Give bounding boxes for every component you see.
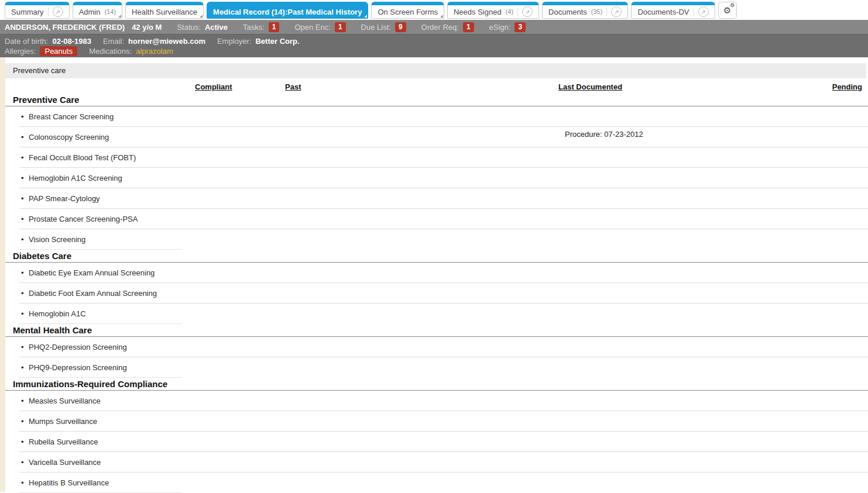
care-item-row[interactable]: •Diabetic Eye Exam Annual Screening	[5, 263, 868, 283]
bullet-icon: •	[21, 268, 29, 277]
tab-label: Admin	[79, 8, 101, 16]
circle-arrow-icon[interactable]: ↗	[611, 6, 622, 17]
counter-badge[interactable]: 1	[269, 22, 280, 32]
care-item-label: Fecal Occult Blood Test (FOBT)	[29, 153, 136, 162]
care-item-row[interactable]: •Breast Cancer Screening	[5, 106, 868, 127]
counter-open-enc: Open Enc:1	[294, 22, 345, 32]
care-section-header: Diabetes Care	[5, 250, 868, 263]
care-item-label: Rubella Surveillance	[29, 437, 98, 446]
care-item-label: Diabetic Eye Exam Annual Screening	[29, 268, 155, 277]
care-item-label: Breast Cancer Screening	[29, 112, 114, 121]
allergy-badge[interactable]: Peanuts	[40, 46, 77, 56]
care-item-row[interactable]: •Varicella Surveillance	[5, 452, 868, 473]
circle-arrow-icon[interactable]: ↗	[522, 6, 533, 17]
tab-health-surveillance[interactable]: Health Surveillance	[125, 2, 204, 19]
bullet-icon: •	[21, 478, 29, 487]
care-item-row[interactable]: •Vision Screening	[5, 229, 868, 250]
email-value: horner@mieweb.com	[128, 37, 205, 46]
care-item-row[interactable]: •Diabetic Foot Exam Annual Screening	[5, 283, 868, 304]
care-item-label: Measles Surveillance	[29, 397, 101, 405]
tab-on-screen-forms[interactable]: On Screen Forms	[371, 2, 444, 19]
patient-status: Status: Active	[177, 23, 228, 32]
column-header-compliant[interactable]: Compliant	[195, 82, 232, 91]
tab-summary[interactable]: Summary↗	[5, 2, 70, 19]
care-section-header: Immunizations-Required Compliance	[5, 378, 868, 391]
panel-title: Preventive care	[5, 63, 866, 78]
allergies-label: Allergies:	[5, 47, 36, 56]
bullet-icon: •	[21, 458, 29, 467]
care-item-row[interactable]: •Hepatitis B Surveillance	[5, 473, 868, 493]
tab-icon-separator	[694, 7, 694, 16]
care-section-header: Preventive Care	[5, 94, 868, 106]
tab-count: (14)	[104, 8, 116, 15]
care-item-row[interactable]: •PHQ9-Depression Screening	[5, 357, 868, 378]
counter-esign: eSign:3	[489, 22, 526, 32]
care-section-name: Mental Health Care	[13, 324, 92, 336]
tab-needs-signed[interactable]: Needs Signed(4)↗	[447, 2, 539, 19]
patient-medications: Medications: alprazolam	[89, 47, 173, 56]
bullet-icon: •	[21, 437, 29, 446]
care-table-header: Compliant Past Last Documented Pending	[5, 78, 868, 94]
care-item-row[interactable]: •Measles Surveillance	[5, 391, 868, 411]
tab-documents[interactable]: Documents(35)↗	[542, 2, 628, 19]
care-item-row[interactable]: •PHQ2-Depression Screening	[5, 337, 868, 357]
counter-tasks: Tasks:1	[243, 22, 280, 32]
circle-arrow-icon[interactable]: ↗	[698, 6, 709, 17]
tab-icon-separator	[606, 7, 607, 16]
info-line-demographics: Date of birth: 02-08-1983 Email: horner@…	[5, 36, 863, 46]
tab-icon-separator	[517, 7, 518, 16]
email-label: Email:	[103, 37, 124, 46]
column-header-last-documented[interactable]: Last Documented	[558, 82, 622, 91]
counter-badge[interactable]: 1	[335, 22, 346, 32]
bullet-icon: •	[21, 309, 29, 318]
bullet-icon: •	[21, 397, 29, 405]
counter-badge[interactable]: 1	[463, 22, 474, 32]
bullet-icon: •	[21, 215, 29, 223]
care-item-row[interactable]: •Colonoscopy ScreeningProcedure: 07-23-2…	[5, 127, 868, 147]
bullet-icon: •	[21, 112, 29, 121]
tab-count: (35)	[591, 8, 603, 15]
care-item-row[interactable]: •Mumps Surveillance	[5, 411, 868, 432]
tab-label: Health Surveillance	[132, 8, 197, 16]
care-item-label: Hemoglobin A1C	[29, 309, 86, 318]
settings-button[interactable]: ⚙⚙	[718, 2, 737, 19]
bullet-icon: •	[21, 343, 29, 351]
care-item-label: Colonoscopy Screening	[29, 133, 109, 142]
patient-employer: Employer: Better Corp.	[217, 37, 300, 46]
tab-label: Documents	[548, 8, 587, 16]
care-item-row[interactable]: •PAP Smear-Cytology	[5, 188, 868, 209]
allergy-badges: Peanuts	[40, 46, 77, 56]
column-header-past[interactable]: Past	[285, 82, 301, 91]
care-item-row[interactable]: •Prostate Cancer Screening-PSA	[5, 209, 868, 229]
chart-tab-bar: Summary↗Admin(14)Health SurveillanceMedi…	[0, 0, 868, 20]
counter-label: Open Enc:	[294, 23, 330, 32]
care-section-name: Immunizations-Required Compliance	[13, 378, 167, 390]
tab-medical-record-14-past-medical-history[interactable]: Medical Record (14):Past Medical History	[207, 2, 368, 19]
tab-icon-separator	[48, 7, 49, 16]
main-content: Preventive care Compliant Past Last Docu…	[0, 57, 868, 492]
care-item-row[interactable]: •Hemoglobin A1C	[5, 304, 868, 324]
bullet-icon: •	[21, 363, 29, 372]
counter-due-list: Due List:9	[361, 22, 406, 32]
care-item-row[interactable]: •Hemoglobin A1C Screening	[5, 168, 868, 188]
tab-label: Needs Signed	[454, 8, 502, 16]
care-item-row[interactable]: •Fecal Occult Blood Test (FOBT)	[5, 147, 868, 168]
counter-badge[interactable]: 9	[395, 22, 406, 32]
medications-value[interactable]: alprazolam	[136, 47, 173, 56]
counter-label: eSign:	[489, 23, 511, 32]
status-label: Status:	[177, 23, 200, 32]
column-header-pending[interactable]: Pending	[832, 82, 862, 91]
counter-label: Order Req:	[421, 23, 459, 32]
counter-badge[interactable]: 3	[514, 22, 526, 32]
tab-documents-dv[interactable]: Documents-DV↗	[631, 2, 715, 19]
bullet-icon: •	[21, 174, 29, 182]
bullet-icon: •	[21, 133, 29, 142]
care-item-label: Hemoglobin A1C Screening	[29, 174, 122, 182]
circle-arrow-icon[interactable]: ↗	[53, 6, 63, 17]
status-value: Active	[205, 23, 228, 32]
medications-label: Medications:	[89, 47, 132, 56]
date-of-birth: Date of birth: 02-08-1983	[5, 37, 91, 46]
bullet-icon: •	[21, 153, 29, 162]
tab-admin[interactable]: Admin(14)	[73, 2, 122, 19]
care-item-row[interactable]: •Rubella Surveillance	[5, 432, 868, 452]
